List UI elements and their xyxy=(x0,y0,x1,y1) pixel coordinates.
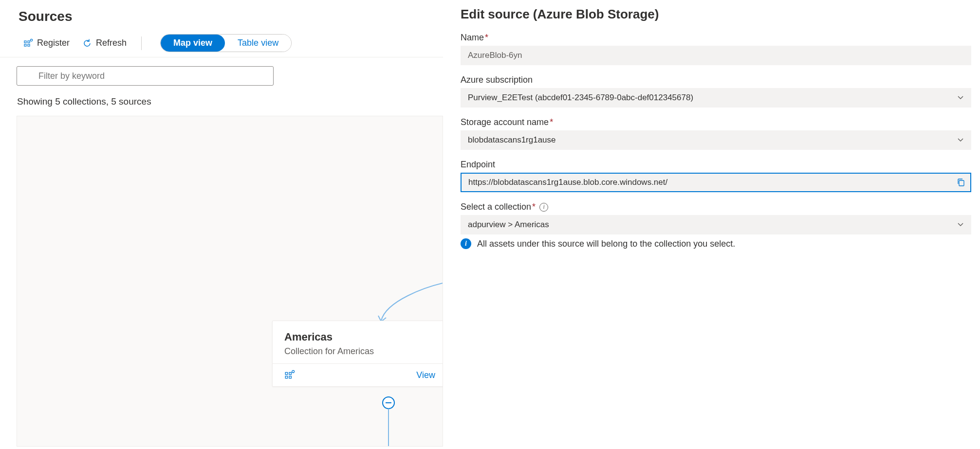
map-view-button[interactable]: Map view xyxy=(161,35,225,52)
collection-group: Select a collection* i adpurview > Ameri… xyxy=(461,202,971,249)
name-label: Name* xyxy=(461,33,971,43)
refresh-button[interactable]: Refresh xyxy=(77,35,131,51)
svg-rect-5 xyxy=(285,373,287,375)
chevron-down-icon xyxy=(957,94,964,101)
page-title: Sources xyxy=(0,0,443,29)
collapse-node-button[interactable] xyxy=(382,396,395,409)
view-toggle: Map view Table view xyxy=(160,34,292,52)
chevron-down-icon xyxy=(957,137,964,144)
register-icon xyxy=(23,38,33,48)
svg-rect-3 xyxy=(28,44,30,46)
filter-row xyxy=(0,57,443,86)
required-asterisk: * xyxy=(532,202,536,212)
refresh-label: Refresh xyxy=(96,38,127,48)
storage-group: Storage account name* blobdatascans1rg1a… xyxy=(461,117,971,150)
table-view-button[interactable]: Table view xyxy=(225,35,291,52)
required-asterisk: * xyxy=(485,33,488,42)
chevron-down-icon xyxy=(957,221,964,228)
svg-rect-8 xyxy=(289,376,291,378)
subscription-value: Purview_E2ETest (abcdef01-2345-6789-0abc… xyxy=(468,93,693,103)
svg-point-9 xyxy=(292,370,295,373)
toolbar: Register Refresh Map view Table view xyxy=(0,29,443,57)
collection-value: adpurview > Americas xyxy=(468,220,549,230)
view-details-link[interactable]: View xyxy=(416,370,435,380)
name-input: AzureBlob-6yn xyxy=(461,46,971,65)
info-solid-icon: i xyxy=(461,238,471,249)
storage-value: blobdatascans1rg1ause xyxy=(468,135,556,145)
collection-card-body: Americas Collection for Americas xyxy=(273,321,443,364)
storage-label: Storage account name* xyxy=(461,117,971,127)
toolbar-divider xyxy=(141,36,142,50)
endpoint-value: https://blobdatascans1rg1ause.blob.core.… xyxy=(468,178,667,187)
svg-rect-10 xyxy=(959,180,964,186)
svg-rect-0 xyxy=(24,41,26,43)
collection-card-footer: View xyxy=(273,364,443,386)
subscription-label: Azure subscription xyxy=(461,75,971,85)
connector-line xyxy=(388,409,389,447)
collection-helper-row: i All assets under this source will belo… xyxy=(461,238,971,249)
collection-card-title: Americas xyxy=(284,331,435,343)
endpoint-input[interactable]: https://blobdatascans1rg1ause.blob.core.… xyxy=(461,173,971,192)
panel-title: Edit source (Azure Blob Storage) xyxy=(461,7,971,22)
svg-point-4 xyxy=(30,39,32,41)
collection-card-americas[interactable]: Americas Collection for Americas View xyxy=(272,321,443,387)
register-label: Register xyxy=(37,38,70,48)
endpoint-label: Endpoint xyxy=(461,160,971,170)
edit-source-panel: Edit source (Azure Blob Storage) Name* A… xyxy=(453,0,980,449)
filter-input[interactable] xyxy=(17,66,274,86)
info-icon[interactable]: i xyxy=(539,203,548,212)
svg-rect-6 xyxy=(285,376,287,378)
collection-card-subtitle: Collection for Americas xyxy=(284,346,435,357)
card-register-icon[interactable] xyxy=(284,370,295,380)
subscription-group: Azure subscription Purview_E2ETest (abcd… xyxy=(461,75,971,108)
svg-rect-2 xyxy=(28,41,30,43)
collection-helper-text: All assets under this source will belong… xyxy=(477,239,735,249)
copy-icon[interactable] xyxy=(957,178,965,187)
endpoint-group: Endpoint https://blobdatascans1rg1ause.b… xyxy=(461,160,971,192)
refresh-icon xyxy=(82,38,92,48)
results-count: Showing 5 collections, 5 sources xyxy=(0,86,443,107)
storage-select[interactable]: blobdatascans1rg1ause xyxy=(461,130,971,150)
name-group: Name* AzureBlob-6yn xyxy=(461,33,971,65)
sources-pane: Sources Register Refresh Map view xyxy=(0,0,443,449)
required-asterisk: * xyxy=(550,117,553,127)
register-button[interactable]: Register xyxy=(18,35,74,51)
svg-rect-1 xyxy=(24,44,26,46)
svg-rect-7 xyxy=(289,373,291,375)
collection-label: Select a collection* xyxy=(461,202,536,212)
map-canvas[interactable]: Americas Collection for Americas View xyxy=(17,116,443,447)
subscription-select[interactable]: Purview_E2ETest (abcdef01-2345-6789-0abc… xyxy=(461,88,971,108)
collection-select[interactable]: adpurview > Americas xyxy=(461,215,971,234)
